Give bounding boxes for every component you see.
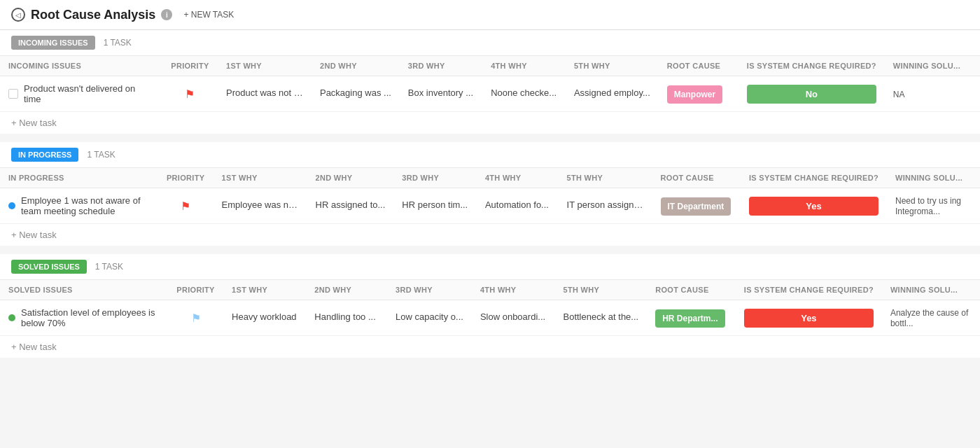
- dot-blue-icon: [8, 202, 15, 209]
- td-priority-1-0: ⚑: [158, 188, 214, 224]
- td-issue-2-0[interactable]: Satisfaction level of employees is below…: [0, 300, 168, 336]
- section-inprogress: IN PROGRESS 1 TASK IN PROGRESS PRIORITY …: [0, 142, 980, 246]
- page-title: Root Cause Analysis: [31, 8, 155, 22]
- th-system-2: IS SYSTEM CHANGE REQUIRED?: [736, 280, 882, 300]
- issue-label-0-0: Product wasn't delivered on time: [24, 83, 154, 104]
- td-root-0-0: Manpower: [659, 76, 738, 112]
- table-inprogress: IN PROGRESS PRIORITY 1ST WHY 2ND WHY 3RD…: [0, 168, 980, 246]
- th-system-0: IS SYSTEM CHANGE REQUIRED?: [738, 56, 885, 76]
- table-header-row: IN PROGRESS PRIORITY 1ST WHY 2ND WHY 3RD…: [0, 168, 980, 188]
- why4-text-0-0: Noone checke...: [491, 88, 556, 98]
- th-why5-1: 5TH WHY: [559, 168, 652, 188]
- td-system-1-0: Yes: [741, 188, 887, 224]
- why3-text-0-0: Box inventory ...: [408, 88, 473, 98]
- checkbox-0-0[interactable]: [8, 89, 18, 99]
- root-cause-badge-1-0: IT Department: [661, 197, 732, 216]
- th-why1-1: 1ST WHY: [214, 168, 307, 188]
- why3-text-2-0: Low capacity o...: [396, 312, 463, 322]
- add-task-row-2: + New task: [0, 336, 980, 358]
- td-why2-1-0: HR assigned to...: [307, 188, 394, 224]
- why1-text-0-0: Product was not rea...: [226, 88, 303, 98]
- th-root-2: ROOT CAUSE: [647, 280, 736, 300]
- section-solved-header: SOLVED ISSUES 1 TASK: [0, 254, 980, 280]
- table-row: Product wasn't delivered on time ⚑ Produ…: [0, 76, 980, 112]
- th-winning-0: WINNING SOLU...: [885, 56, 980, 76]
- td-why1-1-0: Employee was not b...: [214, 188, 307, 224]
- new-task-button[interactable]: + NEW TASK: [178, 7, 239, 22]
- main-content: INCOMING ISSUES 1 TASK INCOMING ISSUES P…: [0, 30, 980, 358]
- why4-text-1-0: Automation fo...: [485, 200, 549, 210]
- td-system-0-0: No: [738, 76, 885, 112]
- add-task-link-0[interactable]: + New task: [11, 118, 57, 128]
- winning-text-0-0: NA: [893, 90, 905, 99]
- td-why2-0-0: Packaging was ...: [312, 76, 400, 112]
- td-winning-0-0: NA: [885, 76, 980, 112]
- task-count-incoming: 1 TASK: [104, 38, 132, 48]
- table-incoming: INCOMING ISSUES PRIORITY 1ST WHY 2ND WHY…: [0, 56, 980, 134]
- th-winning-2: WINNING SOLU...: [882, 280, 980, 300]
- td-issue-0-0[interactable]: Product wasn't delivered on time: [0, 76, 162, 112]
- add-task-row-1: + New task: [0, 224, 980, 246]
- td-why4-0-0: Noone checke...: [482, 76, 566, 112]
- add-task-link-2[interactable]: + New task: [11, 342, 57, 352]
- th-why4-2: 4TH WHY: [472, 280, 555, 300]
- td-why4-2-0: Slow onboardi...: [472, 300, 555, 336]
- flag-red-icon: ⚑: [185, 88, 195, 100]
- why2-text-0-0: Packaging was ...: [320, 88, 391, 98]
- section-solved: SOLVED ISSUES 1 TASK SOLVED ISSUES PRIOR…: [0, 254, 980, 358]
- th-system-1: IS SYSTEM CHANGE REQUIRED?: [741, 168, 887, 188]
- back-button[interactable]: ◁: [11, 8, 25, 22]
- th-priority-1: PRIORITY: [158, 168, 214, 188]
- td-why2-2-0: Handling too ...: [306, 300, 387, 336]
- table-header-row: SOLVED ISSUES PRIORITY 1ST WHY 2ND WHY 3…: [0, 280, 980, 300]
- root-cause-badge-0-0: Manpower: [667, 85, 722, 104]
- section-incoming: INCOMING ISSUES 1 TASK INCOMING ISSUES P…: [0, 30, 980, 134]
- th-issue-2: SOLVED ISSUES: [0, 280, 168, 300]
- issue-label-2-0: Satisfaction level of employees is below…: [21, 307, 160, 328]
- td-winning-2-0: Analyze the cause of bottl...: [882, 300, 980, 336]
- td-why3-2-0: Low capacity o...: [387, 300, 472, 336]
- th-why5-0: 5TH WHY: [566, 56, 659, 76]
- add-task-link-1[interactable]: + New task: [11, 230, 57, 240]
- table-row: Satisfaction level of employees is below…: [0, 300, 980, 336]
- section-inprogress-header: IN PROGRESS 1 TASK: [0, 142, 980, 168]
- badge-solved: SOLVED ISSUES: [11, 260, 87, 274]
- system-change-badge-1-0: Yes: [749, 197, 878, 216]
- app-header: ◁ Root Cause Analysis i + NEW TASK: [0, 0, 980, 30]
- why5-text-0-0: Assigned employ...: [574, 88, 650, 98]
- th-winning-1: WINNING SOLU...: [887, 168, 980, 188]
- why1-text-2-0: Heavy workload: [232, 312, 297, 322]
- th-why4-0: 4TH WHY: [482, 56, 566, 76]
- td-why3-1-0: HR person tim...: [393, 188, 477, 224]
- td-why4-1-0: Automation fo...: [477, 188, 559, 224]
- th-root-0: ROOT CAUSE: [659, 56, 738, 76]
- th-why1-0: 1ST WHY: [218, 56, 312, 76]
- th-root-1: ROOT CAUSE: [652, 168, 741, 188]
- flag-blue-icon: ⚑: [191, 312, 201, 324]
- th-why3-1: 3RD WHY: [393, 168, 477, 188]
- info-icon[interactable]: i: [161, 9, 172, 20]
- winning-text-2-0: Analyze the cause of bottl...: [890, 308, 968, 328]
- th-why2-1: 2ND WHY: [307, 168, 394, 188]
- td-why5-2-0: Bottleneck at the...: [555, 300, 648, 336]
- why5-text-2-0: Bottleneck at the...: [564, 312, 639, 322]
- th-why3-0: 3RD WHY: [400, 56, 482, 76]
- dot-green-icon: [8, 314, 15, 321]
- why5-text-1-0: IT person assigne...: [567, 200, 644, 210]
- issue-label-1-0: Employee 1 was not aware of team meeting…: [21, 195, 150, 216]
- th-why2-0: 2ND WHY: [312, 56, 400, 76]
- section-incoming-header: INCOMING ISSUES 1 TASK: [0, 30, 980, 56]
- task-count-inprogress: 1 TASK: [87, 150, 115, 160]
- why1-text-1-0: Employee was not b...: [222, 200, 299, 210]
- td-root-2-0: HR Departm...: [647, 300, 736, 336]
- th-why1-2: 1ST WHY: [223, 280, 306, 300]
- why2-text-2-0: Handling too ...: [314, 312, 375, 322]
- td-why3-0-0: Box inventory ...: [400, 76, 482, 112]
- why2-text-1-0: HR assigned to...: [316, 200, 386, 210]
- td-why1-2-0: Heavy workload: [223, 300, 306, 336]
- badge-inprogress: IN PROGRESS: [11, 148, 78, 162]
- td-issue-1-0[interactable]: Employee 1 was not aware of team meeting…: [0, 188, 158, 224]
- system-change-badge-0-0: No: [747, 85, 876, 104]
- th-issue-1: IN PROGRESS: [0, 168, 158, 188]
- td-system-2-0: Yes: [736, 300, 882, 336]
